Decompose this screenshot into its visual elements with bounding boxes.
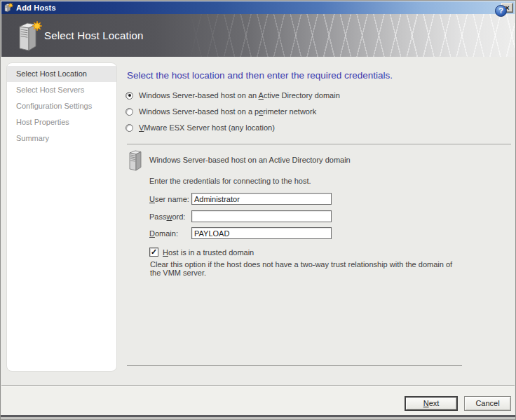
wizard-header: Select Host Location: [1, 14, 515, 57]
sidebar-item-host-properties[interactable]: Host Properties: [7, 114, 116, 130]
password-field[interactable]: [191, 210, 332, 222]
username-label: User name:: [149, 195, 189, 203]
checkbox-label: Host is in a trusted domain: [163, 248, 254, 257]
radio-button-icon: [125, 92, 133, 100]
radio-label: Windows Server-based host on an Active D…: [139, 91, 340, 100]
radio-active-directory-domain[interactable]: Windows Server-based host on an Active D…: [125, 90, 340, 101]
sidebar-item-select-host-servers[interactable]: Select Host Servers: [7, 82, 116, 98]
credentials-instruction: Enter the credentials for connecting to …: [149, 177, 311, 185]
password-label: Password:: [149, 212, 185, 221]
server-star-icon-small: [4, 3, 13, 13]
next-button[interactable]: Next: [405, 396, 458, 411]
radio-perimeter-network[interactable]: Windows Server-based host on a perimeter…: [125, 106, 316, 117]
server-star-icon: [15, 18, 44, 53]
sidebar-item-configuration-settings[interactable]: Configuration Settings: [7, 98, 116, 114]
help-icon[interactable]: ?: [495, 5, 507, 17]
window-bottom-edge: [1, 414, 515, 419]
domain-field[interactable]: [191, 227, 332, 239]
domain-label: Domain:: [149, 229, 178, 238]
radio-label: Windows Server-based host on a perimeter…: [139, 107, 316, 116]
trusted-domain-checkbox[interactable]: ✓ Host is in a trusted domain: [149, 248, 254, 257]
sidebar-item-summary[interactable]: Summary: [7, 130, 116, 147]
cancel-button[interactable]: Cancel: [464, 396, 511, 411]
window-title: Add Hosts: [16, 4, 56, 12]
section-title: Windows Server-based host on an Active D…: [149, 156, 351, 164]
server-icon: [127, 147, 145, 172]
trusted-domain-note: Clear this option if the host does not h…: [150, 260, 462, 277]
button-bar: Next Cancel: [1, 385, 515, 415]
content-bottom-divider: [127, 365, 462, 366]
wizard-steps-panel: Select Host Location Select Host Servers…: [6, 62, 117, 372]
radio-button-icon: [125, 124, 133, 132]
sidebar-item-select-host-location[interactable]: Select Host Location: [7, 66, 116, 82]
page-title: Select Host Location: [44, 14, 144, 57]
radio-vmware-esx-host[interactable]: VMware ESX Server host (any location): [125, 122, 275, 133]
username-field[interactable]: [191, 193, 332, 205]
checkbox-icon: ✓: [149, 248, 158, 257]
add-hosts-dialog: Add Hosts × Select Host Location ? Selec…: [0, 0, 516, 420]
radio-button-icon: [125, 108, 133, 116]
page-heading: Select the host location and then enter …: [127, 70, 393, 81]
section-divider: [127, 144, 511, 144]
radio-label: VMware ESX Server host (any location): [139, 123, 275, 132]
title-bar: Add Hosts ×: [1, 1, 515, 14]
